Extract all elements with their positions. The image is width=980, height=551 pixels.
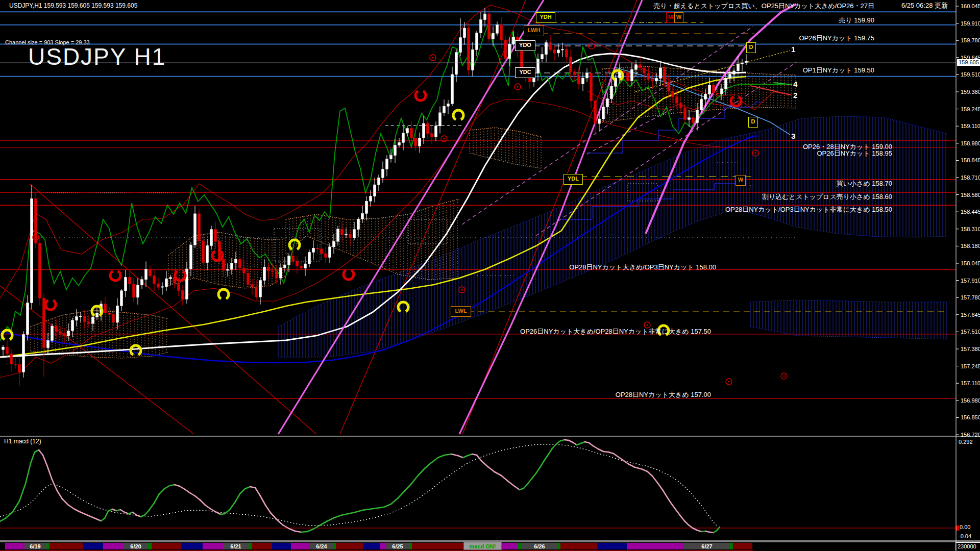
price-tick-160.045: 160.045 (961, 3, 980, 9)
line-endpoint-number-2: 2 (793, 91, 797, 99)
symbol-ohlc-readout: USDJPY,H1 159.593 159.605 159.593 159.60… (9, 3, 137, 9)
level-label-w-6[interactable]: W (674, 12, 683, 23)
price-tick-157.780: 157.780 (961, 294, 980, 300)
macd-toggle-button[interactable]: macd ON! (463, 542, 502, 550)
price-tick-158.310: 158.310 (961, 226, 980, 232)
annotation-sell-15990: 売り 159.90 (839, 16, 874, 25)
level-label-ydh-0[interactable]: YDH (536, 12, 555, 23)
date-label-6/20: 6/20 (130, 543, 141, 549)
price-tick-159.645: 159.645 (961, 55, 980, 61)
date-label-6/25: 6/25 (392, 543, 403, 549)
price-tick-157.645: 157.645 (961, 312, 980, 318)
annotation-top: 売り・超えるとストップロス買い、OP25日NYカット大きめ/OP26・27日 (654, 2, 875, 11)
price-tick-159.380: 159.380 (961, 89, 980, 95)
price-tick-157.910: 157.910 (961, 278, 980, 284)
last-updated-timestamp: 6/25 06:28 更新 (901, 2, 948, 9)
annotation-op1-15950: OP1日NYカット 159.50 (803, 66, 874, 75)
price-tick-157.110: 157.110 (961, 380, 980, 386)
macd-axis-max: 0.292 (959, 439, 973, 445)
price-tick-159.245: 159.245 (961, 106, 980, 112)
volume-readout: 230000 (955, 542, 980, 550)
price-tick-156.720: 156.720 (961, 432, 980, 438)
annotation-op26-15975: OP26日NYカット 159.75 (799, 34, 874, 43)
price-tick-156.980: 156.980 (961, 397, 980, 404)
price-tick-158.180: 158.180 (961, 243, 980, 249)
level-label-d-8[interactable]: D (748, 117, 758, 128)
price-tick-159.780: 159.780 (961, 37, 980, 43)
level-label-ydo-2[interactable]: YDO (515, 40, 535, 51)
macd-panel (0, 436, 980, 541)
price-tick-158.045: 158.045 (961, 260, 980, 266)
level-label-ydc-3[interactable]: YDC (515, 67, 535, 78)
annotation-op28-15700: OP28日NYカット大きめ 157.00 (616, 390, 711, 399)
annotation-op26-15895: OP26日NYカット 158.95 (817, 149, 892, 158)
line-endpoint-number-1: 1 (791, 45, 795, 54)
annotation-op26op28-15750: OP26日NYカット大きめ/OP28日NYカット非常に大きめ 157.50 (520, 327, 711, 336)
price-axis[interactable] (956, 0, 959, 551)
price-tick-158.710: 158.710 (961, 174, 980, 181)
price-tick-158.845: 158.845 (961, 157, 980, 163)
annotation-buy-15870: 買い小さめ 158.70 (837, 179, 892, 188)
price-tick-157.380: 157.380 (961, 346, 980, 352)
symbol-watermark: USDJPY H1 (28, 45, 166, 68)
macd-axis-min: -0.04 (959, 534, 971, 539)
date-label-6/26: 6/26 (534, 543, 545, 549)
date-label-6/24: 6/24 (316, 543, 327, 549)
date-label-6/27: 6/27 (701, 543, 712, 549)
date-label-6/19: 6/19 (30, 543, 40, 549)
level-label-m-5[interactable]: M (666, 12, 675, 23)
price-tick-156.850: 156.850 (961, 414, 980, 420)
price-tick-157.245: 157.245 (961, 363, 980, 369)
level-label-w-9[interactable]: W (736, 175, 746, 186)
macd-axis-zero: 0.00 (960, 524, 970, 530)
price-tick-158.445: 158.445 (961, 209, 980, 215)
line-endpoint-number-4: 4 (793, 80, 797, 88)
price-tick-158.980: 158.980 (961, 140, 980, 146)
annotation-op28op3-15850: OP28日NYカット/OP3日NYカット非常に大きめ 158.50 (725, 205, 892, 214)
price-tick-157.510: 157.510 (961, 329, 980, 335)
level-label-lwh-1[interactable]: LWH (524, 26, 544, 36)
annotation-op28op3-15800: OP28日NYカット大きめ/OP3日NYカット 158.00 (569, 263, 716, 272)
line-endpoint-number-3: 3 (791, 132, 795, 140)
level-label-ydl-4[interactable]: YDL (564, 174, 583, 185)
date-label-6/21: 6/21 (230, 543, 241, 549)
price-tick-159.110: 159.110 (961, 123, 980, 129)
level-label-d-7[interactable]: D (746, 42, 756, 53)
price-tick-158.580: 158.580 (961, 192, 980, 198)
mt4-chart-window[interactable]: USDJPY,H1 159.593 159.605 159.593 159.60… (0, 0, 980, 551)
main-chart-canvas[interactable] (0, 0, 980, 551)
price-tick-159.510: 159.510 (961, 71, 980, 78)
price-tick-159.910: 159.910 (961, 20, 980, 27)
level-label-lwl-10[interactable]: LWL (451, 306, 471, 317)
macd-indicator-label: H1 macd (12) (4, 438, 41, 444)
annotation-stoploss-15860: 割り込むとストップロス売り小さめ 158.60 (762, 192, 892, 202)
